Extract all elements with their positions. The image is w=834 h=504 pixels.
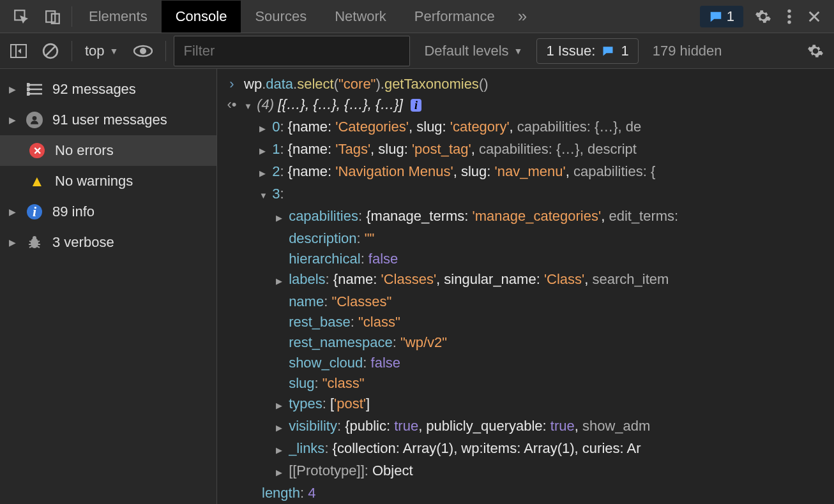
prop-length: length: 4 — [262, 483, 825, 503]
tab-network[interactable]: Network — [321, 1, 400, 33]
sidebar-item-user-messages[interactable]: ▶ 91 user messages — [0, 105, 216, 135]
collapse-icon[interactable]: ▼ — [244, 96, 253, 117]
svg-point-5 — [787, 20, 791, 23]
error-icon: ✕ — [28, 142, 46, 159]
divider — [72, 6, 72, 27]
array-item-0[interactable]: ▶ 0: {name: 'Categories', slug: 'categor… — [259, 117, 825, 139]
svg-rect-1 — [46, 11, 55, 22]
levels-label: Default levels — [424, 43, 508, 59]
prop-slug: slug: "class" — [276, 373, 825, 394]
svg-point-15 — [27, 84, 29, 86]
context-label: top — [85, 43, 105, 59]
result-icon: ‹• — [226, 94, 238, 115]
chevron-down-icon: ▼ — [514, 46, 523, 56]
prop-capabilities[interactable]: ▶ capabilities: {manage_terms: 'manage_c… — [276, 206, 825, 228]
message-sidebar: ▶ 92 messages ▶ 91 user messages ✕ No er… — [0, 69, 217, 504]
prop-types[interactable]: ▶ types: ['post'] — [276, 394, 825, 416]
prop-labels[interactable]: ▶ labels: {name: 'Classes', singular_nam… — [276, 269, 825, 292]
close-icon[interactable] — [800, 3, 829, 30]
list-icon — [26, 80, 43, 98]
prop-name: name: "Classes" — [276, 292, 825, 312]
more-tabs-icon[interactable]: » — [509, 6, 536, 26]
svg-line-25 — [29, 246, 32, 248]
sidebar-item-verbose[interactable]: ▶ 3 verbose — [0, 227, 216, 258]
clear-console-icon[interactable] — [37, 38, 64, 64]
sidebar-item-label: 89 info — [52, 204, 95, 220]
console-settings-icon[interactable] — [802, 38, 829, 64]
svg-point-16 — [27, 88, 29, 91]
tab-performance[interactable]: Performance — [400, 1, 509, 33]
svg-line-22 — [37, 241, 40, 242]
expand-icon: ▶ — [9, 115, 17, 125]
console-output: › wp.data.select("core").getTaxonomies()… — [217, 69, 834, 504]
divider — [72, 41, 72, 61]
svg-point-17 — [27, 93, 29, 95]
sidebar-toggle-icon[interactable] — [5, 39, 32, 63]
sidebar-item-warnings[interactable]: ▲ No warnings — [0, 166, 216, 196]
info-icon[interactable]: i — [411, 99, 421, 112]
sidebar-item-messages[interactable]: ▶ 92 messages — [0, 74, 216, 105]
svg-line-21 — [29, 241, 32, 242]
sidebar-item-errors[interactable]: ✕ No errors — [0, 135, 216, 166]
inspect-element-icon[interactable] — [5, 2, 37, 31]
array-item-3[interactable]: ▼ 3: — [259, 184, 825, 206]
prop-rest-base: rest_base: "class" — [276, 312, 825, 332]
expand-icon: ▶ — [9, 237, 17, 248]
message-icon — [602, 45, 614, 57]
hidden-count[interactable]: 179 hidden — [653, 43, 722, 59]
chevron-down-icon: ▼ — [110, 46, 119, 56]
svg-point-4 — [787, 15, 791, 18]
context-selector[interactable]: top ▼ — [80, 43, 123, 59]
prop-show-cloud: show_cloud: false — [276, 353, 825, 373]
sidebar-item-label: 91 user messages — [52, 112, 167, 128]
prop-description: description: "" — [276, 228, 825, 249]
array-item-1[interactable]: ▶ 1: {name: 'Tags', slug: 'post_tag', ca… — [259, 139, 825, 161]
device-toggle-icon[interactable] — [37, 2, 69, 31]
sidebar-item-info[interactable]: ▶ i 89 info — [0, 196, 216, 227]
svg-point-18 — [33, 116, 37, 121]
sidebar-item-label: No errors — [55, 142, 114, 159]
expand-icon: ▶ — [9, 84, 17, 94]
live-expression-icon[interactable] — [128, 39, 158, 63]
issues-indicator[interactable]: 1 Issue: 1 — [536, 38, 638, 64]
sidebar-item-label: 92 messages — [52, 81, 136, 98]
kebab-menu-icon[interactable] — [779, 2, 800, 31]
svg-point-11 — [140, 48, 146, 54]
tab-sources[interactable]: Sources — [241, 1, 321, 33]
svg-line-9 — [45, 46, 55, 56]
issues-count: 1 — [727, 8, 734, 25]
console-input-line[interactable]: › wp.data.select("core").getTaxonomies() — [226, 74, 825, 94]
prop-rest-namespace: rest_namespace: "wp/v2" — [276, 332, 825, 353]
warning-icon: ▲ — [28, 172, 46, 190]
tab-elements[interactable]: Elements — [75, 1, 162, 33]
devtools-header: Elements Console Sources Network Perform… — [0, 0, 834, 33]
issues-badge[interactable]: 1 — [700, 6, 743, 27]
svg-line-26 — [37, 246, 40, 248]
message-icon — [709, 10, 723, 24]
sidebar-item-label: No warnings — [55, 173, 133, 189]
info-icon: i — [26, 203, 43, 221]
user-icon — [26, 111, 43, 129]
issue-label: 1 Issue: — [546, 43, 595, 59]
settings-icon[interactable] — [747, 2, 779, 31]
prop-visibility[interactable]: ▶ visibility: {public: true, publicly_qu… — [276, 416, 825, 438]
prop-hierarchical: hierarchical: false — [276, 249, 825, 269]
array-item-2[interactable]: ▶ 2: {name: 'Navigation Menus', slug: 'n… — [259, 161, 825, 184]
tab-console[interactable]: Console — [162, 1, 241, 33]
svg-point-20 — [33, 236, 36, 240]
console-result-header[interactable]: ‹• ▼ (4) [{…}, {…}, {…}, {…}] i — [226, 94, 825, 117]
bug-icon — [26, 233, 43, 251]
prop-prototype[interactable]: ▶ [[Prototype]]: Object — [276, 461, 825, 483]
prop-links[interactable]: ▶ _links: {collection: Array(1), wp:item… — [276, 438, 825, 461]
log-levels-selector[interactable]: Default levels ▼ — [415, 43, 531, 59]
sidebar-item-label: 3 verbose — [52, 234, 114, 251]
filter-input[interactable] — [174, 36, 410, 66]
prompt-icon: › — [226, 74, 238, 94]
console-toolbar: top ▼ Default levels ▼ 1 Issue: 1 179 hi… — [0, 33, 834, 69]
svg-point-3 — [787, 9, 791, 12]
divider — [165, 41, 166, 61]
expand-icon: ▶ — [9, 207, 17, 217]
issue-count: 1 — [621, 43, 628, 59]
